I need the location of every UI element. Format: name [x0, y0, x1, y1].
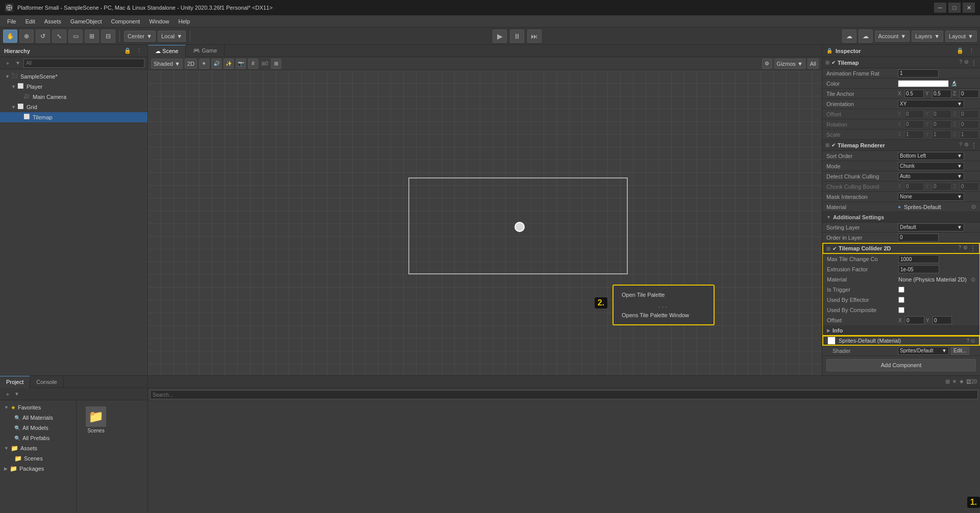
lock-icon[interactable]: 🔒	[826, 48, 832, 54]
scale-tool-button[interactable]: ⤡	[52, 30, 66, 43]
renderer-settings-icon[interactable]: ⚙	[964, 142, 969, 149]
tile-anchor-x-input[interactable]	[904, 90, 924, 98]
scene-settings-button[interactable]: ⚙	[762, 59, 772, 69]
collider-settings-icon[interactable]: ⚙	[963, 245, 968, 252]
console-tab[interactable]: Console	[30, 376, 63, 388]
rotate-tool-button[interactable]: ↺	[36, 30, 50, 43]
tilemap-settings-icon[interactable]: ⚙	[964, 59, 969, 66]
hierarchy-menu-icon[interactable]: ⋮	[134, 46, 143, 56]
collider-help-icon[interactable]: ?	[958, 245, 961, 252]
all-models-item[interactable]: 🔍 All Models	[2, 423, 74, 433]
game-tab[interactable]: 🎮 Game	[186, 45, 225, 57]
material-help-icon[interactable]: ?	[966, 338, 969, 344]
lighting-button[interactable]: ☀	[199, 59, 209, 69]
hand-tool-button[interactable]: ✋	[3, 30, 17, 43]
menu-edit[interactable]: Edit	[21, 17, 39, 25]
opens-tile-palette-window-item[interactable]: Opens Tile Palette Window	[618, 310, 709, 320]
menu-help[interactable]: Help	[174, 17, 194, 25]
shader-dropdown[interactable]: Sprites/Default ▼	[898, 347, 949, 355]
assets-group[interactable]: ▼ 📁 Assets	[2, 443, 74, 453]
packages-item[interactable]: ▶ 📁 Packages	[2, 464, 74, 474]
tilemap-renderer-header[interactable]: ⊞ ✔ Tilemap Renderer ? ⚙ ⋮	[822, 140, 980, 151]
tilemap-dots-icon[interactable]: ⋮	[971, 59, 977, 66]
mode-dropdown[interactable]: Chunk ▼	[898, 162, 964, 170]
material-link-icon2[interactable]: ⊙	[971, 338, 975, 344]
tile-anchor-z-input[interactable]	[960, 90, 979, 98]
inspector-menu-btn[interactable]: ⋮	[967, 46, 976, 56]
max-tile-change-input[interactable]	[898, 255, 939, 263]
account-dropdown[interactable]: Account ▼	[875, 31, 910, 42]
collab-button[interactable]: ☁	[842, 30, 856, 43]
hierarchy-item-player[interactable]: ▼ ⬜ Player	[0, 82, 148, 92]
gizmos-dropdown[interactable]: Gizmos ▼	[774, 59, 805, 69]
order-in-layer-input[interactable]	[898, 234, 939, 242]
collider-offset-x-input[interactable]	[905, 316, 924, 324]
renderer-dots-icon[interactable]: ⋮	[971, 142, 977, 149]
additional-settings-header[interactable]: ▼ Additional Settings	[822, 212, 980, 222]
transform-tool-button[interactable]: ⊞	[85, 30, 99, 43]
tilemap-collider-header[interactable]: ⊞ ✔ Tilemap Collider 2D ? ⚙ ⋮	[822, 243, 980, 254]
br-icon-1[interactable]: ⊞	[945, 378, 950, 385]
add-component-button[interactable]: Add Component	[826, 359, 976, 371]
center-dropdown[interactable]: Center ▼	[124, 31, 156, 42]
sorting-layer-dropdown[interactable]: Default ▼	[898, 223, 964, 232]
menu-assets[interactable]: Assets	[40, 17, 65, 25]
hierarchy-item-maincamera[interactable]: 🎥 Main Camera	[0, 92, 148, 102]
local-dropdown[interactable]: Local ▼	[158, 31, 186, 42]
br-icon-2[interactable]: ☀	[952, 378, 957, 385]
grid-toggle-button[interactable]: #	[248, 59, 258, 69]
step-button[interactable]: ⏭	[527, 30, 542, 43]
collider-material-link-icon[interactable]: ⊙	[971, 276, 975, 283]
scenes-asset-item[interactable]: 📁 Scenes	[81, 404, 111, 435]
sort-order-dropdown[interactable]: Bottom Left ▼	[898, 152, 964, 160]
collapse-arrow-scene[interactable]: ▼	[5, 74, 11, 79]
shading-dropdown[interactable]: Shaded ▼	[151, 59, 183, 69]
collider-offset-y-input[interactable]	[933, 316, 952, 324]
shader-edit-button[interactable]: Edit...	[951, 347, 969, 355]
favorites-group[interactable]: ▼ ★ Favorites	[2, 402, 74, 413]
mask-interaction-dropdown[interactable]: None ▼	[898, 193, 964, 201]
eyedropper-icon[interactable]: 🔬	[951, 81, 957, 86]
snap-button[interactable]: ⊞	[271, 59, 281, 69]
menu-window[interactable]: Window	[145, 17, 173, 25]
bottom-search-input[interactable]	[150, 390, 978, 399]
rect-tool-button[interactable]: ▭	[68, 30, 83, 43]
move-tool-button[interactable]: ⊕	[19, 30, 34, 43]
play-button[interactable]: ▶	[493, 30, 507, 43]
collider-dots-icon[interactable]: ⋮	[970, 245, 976, 252]
collapse-arrow-player[interactable]: ▼	[11, 84, 17, 89]
close-button[interactable]: ✕	[963, 3, 975, 13]
renderer-check-icon[interactable]: ✔	[831, 142, 836, 148]
info-header[interactable]: ▶ Info	[822, 325, 980, 336]
color-swatch[interactable]	[898, 80, 949, 87]
pause-button[interactable]: ⏸	[510, 30, 524, 43]
detect-chunk-culling-dropdown[interactable]: Auto ▼	[898, 172, 964, 181]
tile-anchor-y-input[interactable]	[932, 90, 951, 98]
used-by-composite-checkbox[interactable]	[898, 307, 904, 313]
tilemap-help-icon[interactable]: ?	[959, 59, 962, 66]
br-icon-3[interactable]: ★	[959, 378, 964, 385]
renderer-help-icon[interactable]: ?	[959, 142, 962, 149]
tilemap-component-header[interactable]: ⊞ ✔ Tilemap ? ⚙ ⋮	[822, 57, 980, 68]
used-by-effector-checkbox[interactable]	[898, 297, 904, 303]
maximize-button[interactable]: □	[948, 3, 961, 13]
layout-dropdown[interactable]: Layout ▼	[945, 31, 977, 42]
add-gameobject-button[interactable]: +	[3, 59, 12, 68]
is-trigger-checkbox[interactable]	[898, 287, 904, 293]
menu-gameobject[interactable]: GameObject	[66, 17, 106, 25]
hierarchy-search-input[interactable]	[23, 59, 144, 68]
layers-dropdown[interactable]: Layers ▼	[912, 31, 943, 42]
cloud-button[interactable]: ☁	[859, 30, 873, 43]
scene-center-handle[interactable]	[514, 222, 525, 232]
dimension-dropdown[interactable]: 2D	[185, 59, 197, 69]
minimize-button[interactable]: ─	[934, 3, 946, 13]
project-tab[interactable]: Project	[0, 376, 30, 388]
extrusion-factor-input[interactable]	[898, 265, 939, 273]
add-asset-button[interactable]: +	[3, 390, 12, 399]
open-tile-palette-item[interactable]: Open Tile Palette	[618, 290, 709, 300]
scene-cam-button[interactable]: 📷	[236, 59, 246, 69]
menu-component[interactable]: Component	[107, 17, 144, 25]
menu-file[interactable]: File	[3, 17, 20, 25]
tilemap-check-icon[interactable]: ✔	[831, 60, 836, 65]
hierarchy-item-samplescene[interactable]: ▼ ⬛ SampleScene*	[0, 71, 148, 82]
